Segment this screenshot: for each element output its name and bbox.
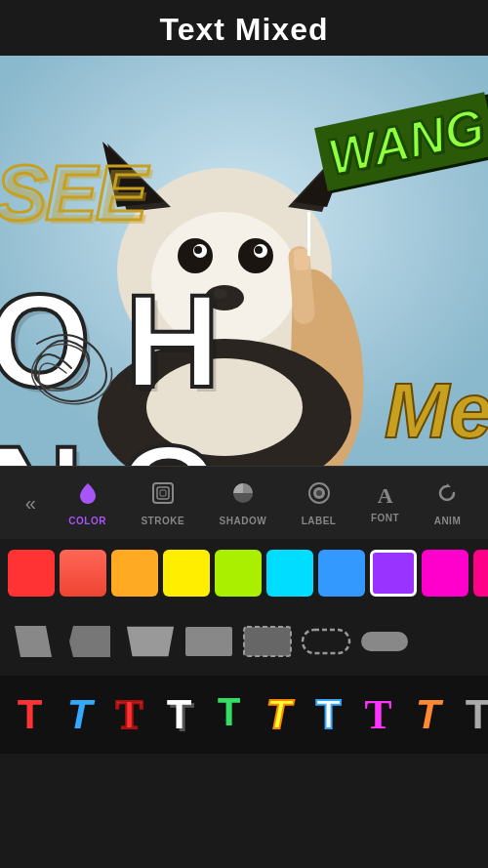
anim-icon: [434, 480, 460, 512]
font-style-9[interactable]: T: [406, 683, 450, 747]
svg-marker-23: [69, 626, 110, 657]
shape-parallelogram-2[interactable]: [66, 618, 117, 665]
color-swatch-lime[interactable]: [215, 550, 262, 597]
font-style-3[interactable]: T: [107, 683, 151, 747]
shape-parallelogram-1[interactable]: [8, 618, 59, 665]
back-button[interactable]: «: [18, 484, 44, 522]
toolbar: « COLOR STROKE SHADOW: [0, 466, 488, 539]
label-icon: [306, 480, 332, 512]
svg-point-8: [255, 246, 263, 254]
shape-rectangle-solid[interactable]: [183, 618, 234, 665]
color-picker-row: [0, 539, 488, 607]
toolbar-item-color[interactable]: COLOR: [59, 475, 116, 532]
text-me[interactable]: Me: [385, 366, 488, 456]
font-label: FONT: [371, 513, 399, 523]
color-swatch-blue[interactable]: [318, 550, 365, 597]
shape-trapezoid[interactable]: [125, 618, 176, 665]
svg-rect-17: [160, 490, 166, 496]
stroke-label: STROKE: [141, 516, 184, 526]
font-icon: A: [378, 483, 393, 509]
shadow-label: SHADOW: [220, 516, 267, 526]
toolbar-item-shadow[interactable]: SHADOW: [210, 475, 277, 532]
canvas-area: SEE WANG OH NO Me: [0, 56, 488, 466]
stroke-icon: [150, 480, 176, 512]
font-style-row: T T T T T T T T T T: [0, 676, 488, 754]
color-swatch-orange[interactable]: [111, 550, 158, 597]
svg-marker-24: [127, 627, 174, 656]
color-label: COLOR: [68, 516, 106, 526]
font-style-7[interactable]: T: [306, 683, 350, 747]
svg-point-7: [194, 246, 202, 254]
color-swatch-purple[interactable]: [370, 550, 417, 597]
color-swatch-yellow[interactable]: [163, 550, 210, 597]
color-swatch-magenta[interactable]: [473, 550, 488, 597]
shape-rectangle-dotted[interactable]: [242, 618, 293, 665]
toolbar-item-label[interactable]: LABEL: [292, 475, 346, 532]
svg-rect-16: [157, 487, 169, 499]
font-style-2[interactable]: T: [58, 683, 102, 747]
color-swatch-cyan[interactable]: [266, 550, 313, 597]
text-see[interactable]: SEE: [0, 148, 145, 238]
color-swatch-coral[interactable]: [60, 550, 106, 597]
label-label: LABEL: [302, 516, 337, 526]
scribble-decoration: [18, 324, 125, 412]
toolbar-item-anim[interactable]: ANIM: [425, 475, 471, 532]
shape-picker-row: [0, 607, 488, 676]
font-style-8[interactable]: T: [356, 683, 400, 747]
font-style-10[interactable]: T: [456, 683, 488, 747]
font-style-5[interactable]: T: [207, 683, 251, 747]
color-swatch-pink[interactable]: [422, 550, 468, 597]
shape-rounded-dotted[interactable]: [301, 618, 351, 665]
svg-rect-27: [303, 630, 349, 653]
toolbar-item-font[interactable]: A FONT: [361, 477, 409, 529]
toolbar-item-stroke[interactable]: STROKE: [131, 475, 194, 532]
svg-rect-26: [244, 627, 291, 656]
color-swatch-red[interactable]: [8, 550, 55, 597]
svg-point-21: [316, 490, 322, 496]
shadow-icon: [230, 480, 256, 512]
shape-pill[interactable]: [359, 618, 410, 665]
color-icon: [75, 480, 101, 512]
font-style-6[interactable]: T: [257, 683, 301, 747]
header: Text Mixed: [0, 0, 488, 56]
svg-rect-28: [361, 632, 408, 651]
svg-marker-22: [15, 626, 52, 657]
cursor: [307, 212, 310, 256]
svg-rect-15: [153, 483, 173, 503]
svg-rect-25: [185, 627, 232, 656]
anim-label: ANIM: [434, 516, 462, 526]
font-style-4[interactable]: T: [157, 683, 201, 747]
font-style-1[interactable]: T: [8, 683, 52, 747]
page-title: Text Mixed: [0, 12, 488, 48]
